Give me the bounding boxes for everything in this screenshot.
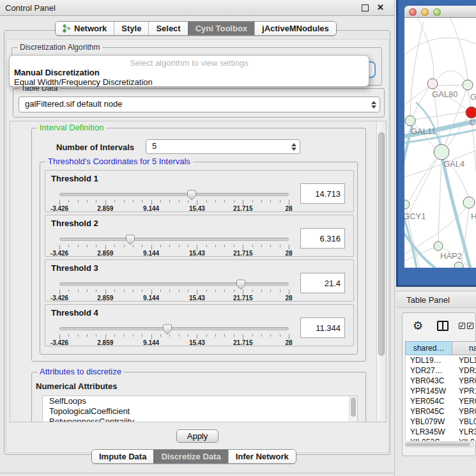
column-header-name[interactable]: na [452,341,476,355]
cell-shared-name: YDL19… [406,355,453,365]
window-title: Control Panel [5,3,56,13]
tab-discretize-data[interactable]: Discretize Data [153,450,227,463]
threshold-label: Threshold 1 [51,174,98,183]
attributes-group-title: Attributes to discretize [37,367,124,376]
minimize-traffic-light-icon[interactable] [421,8,429,16]
settings-scroll-area: Interval Definition Number of Intervals … [10,121,387,422]
split-columns-icon[interactable] [437,321,449,331]
zoom-traffic-light-icon[interactable] [433,8,441,16]
tab-network[interactable]: Network [56,22,114,35]
tick-label: 28 [285,205,292,212]
attributes-group: Attributes to discretize Numerical Attri… [31,372,366,422]
cell-name: YPR1 [453,386,476,396]
tab-jactivemnodules[interactable]: jActiveMNodules [254,22,336,35]
threshold-box: Threshold 2-3.4262.8599.14415.4321.71528 [45,215,354,257]
apply-button[interactable]: Apply [176,429,219,443]
tab-network-label: Network [74,24,107,33]
table-row[interactable]: YLR345WYLR3 [406,427,476,437]
tab-infer-network[interactable]: Infer Network [228,450,296,463]
table-horizontal-scrollbar[interactable] [404,441,474,447]
settings-scrollbar-thumb[interactable] [378,132,385,356]
tab-style[interactable]: Style [114,22,148,35]
number-of-intervals-combobox[interactable]: 5 [146,139,300,154]
tick-label: 21.715 [233,295,253,302]
slider-tick-labels: -3.4262.8599.14415.4321.71528 [59,295,289,301]
cell-shared-name: YBR043C [406,376,453,386]
settings-vertical-scrollbar[interactable] [376,121,386,422]
close-window-icon[interactable]: ✕ [377,3,384,12]
node-gal80[interactable] [427,79,438,89]
algorithm-option-equal-width[interactable]: Equal Width/Frequency Discretization [14,77,153,87]
node-partial[interactable] [454,262,463,268]
tick-label: 15.43 [189,339,205,346]
slider-track [59,327,289,330]
table-row[interactable]: YDL19…YDL1 [406,355,476,365]
network-nodes [404,79,476,268]
table-panel-toolbar: ⚙ [403,317,475,337]
cell-name: YBR0 [453,376,476,386]
attribute-list-item[interactable]: BetweennessCentrality [43,417,357,422]
node-hap2[interactable] [434,242,443,250]
table-scrollbar-thumb[interactable] [406,443,470,446]
threshold-value-field[interactable] [300,318,345,338]
threshold-value-field[interactable] [300,183,345,204]
discretization-algorithm-group-title: Discretization Algorithm [17,43,102,52]
control-panel-bottom-edge [0,473,395,473]
network-icon [63,24,71,33]
table-row[interactable]: YDR27…YDR2 [406,365,476,376]
table-data-group: Table Data galFiltered.sif default node [13,88,385,118]
network-window-bottom-edge [398,285,476,287]
gear-icon[interactable]: ⚙ [413,319,423,332]
tab-impute-data[interactable]: Impute Data [92,450,153,463]
attributes-list-scrollbar[interactable] [349,396,357,422]
node-h[interactable] [463,197,475,208]
table-panel-titlebar: Table Panel [396,291,476,308]
float-window-icon[interactable] [362,4,369,12]
tab-cyni-toolbox[interactable]: Cyni Toolbox [188,22,254,35]
table-row[interactable]: YER054CYER0 [406,396,476,406]
threshold-value-field[interactable] [300,228,345,249]
tick-label: -3.426 [50,250,68,257]
column-header-shared-name[interactable]: shared… [405,341,452,355]
checkbox-icon[interactable] [467,323,473,329]
table-row[interactable]: YBR045CYBR0 [406,406,476,417]
slider-track [59,282,289,286]
table-header-row: shared… na [405,341,476,355]
cell-name: YBR0 [453,406,476,417]
node-label: C [470,118,475,127]
tick-label: 2.859 [97,205,113,212]
node-green-1[interactable] [463,80,473,90]
node-label: GAL80 [432,89,457,99]
table-data-combobox[interactable]: galFiltered.sif default node [19,96,380,112]
threshold-label: Threshold 4 [51,308,98,318]
table-panel-title: Table Panel [406,295,450,305]
network-view-window: GAL80GACGAL11GAL4GCY1HHAP2 [396,0,476,287]
cell-name: YER0 [453,396,476,406]
table-row[interactable]: YPR145WYPR1 [406,386,476,396]
cell-name: YLR3 [453,427,476,437]
node-gal4[interactable] [434,144,449,160]
slider-track [59,238,289,241]
bottom-tab-bar: Impute Data Discretize Data Infer Networ… [91,449,296,464]
tick-label: 21.715 [233,339,253,346]
slider-ticks [59,289,289,295]
algorithm-option-manual[interactable]: Manual Discretization [14,68,100,77]
table-row[interactable]: YBR043CYBR0 [406,376,476,386]
tab-select[interactable]: Select [148,22,187,35]
close-traffic-light-icon[interactable] [409,8,417,16]
tick-label: 28 [285,250,292,257]
network-canvas[interactable]: GAL80GACGAL11GAL4GCY1HHAP2 [404,18,476,268]
table-row[interactable]: YBL079WYBL0 [406,417,476,427]
thresholds-group-title: Threshold's Coordinates for 5 Intervals [45,157,193,166]
node-label: GCY1 [404,211,426,221]
attribute-list-item[interactable]: SelfLoops [43,396,357,406]
cell-name: YIL0 [453,437,476,441]
tick-label: 28 [285,339,292,346]
node-gcy1[interactable] [404,200,410,209]
checkbox-icon[interactable] [459,323,465,329]
node-gal11[interactable] [405,116,415,126]
table-row[interactable]: YIL052CYIL0 [406,437,476,441]
threshold-value-field[interactable] [300,273,345,293]
node-red[interactable] [466,107,476,118]
attribute-list-item[interactable]: TopologicalCoefficient [43,406,357,417]
